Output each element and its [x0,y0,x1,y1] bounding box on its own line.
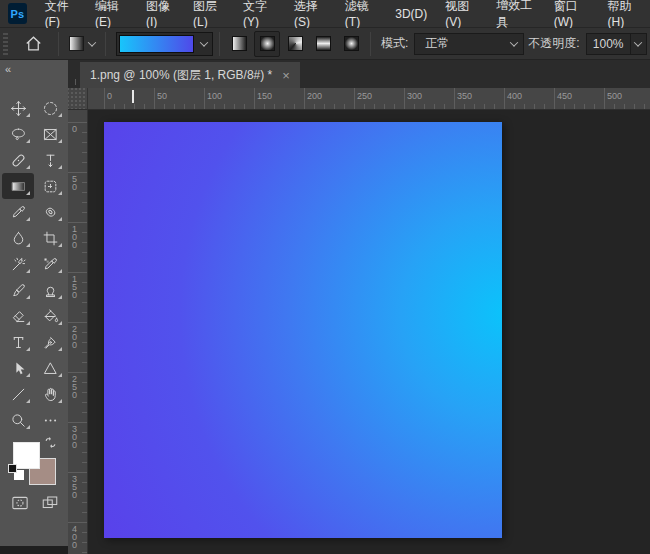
color-sampler-icon [42,256,59,273]
hand-tool[interactable] [34,381,66,407]
eyedropper-icon [10,204,27,221]
ruler-tick: 3 0 0 [68,422,87,423]
crop-tool[interactable] [34,225,66,251]
close-tab-icon[interactable]: × [282,68,290,83]
menu-item[interactable]: 增效工具 [487,0,545,27]
paint-bucket-tool[interactable] [34,303,66,329]
menu-item[interactable]: 3D(D) [386,0,436,27]
brush-tool[interactable] [2,277,34,303]
menu-item[interactable]: 选择(S) [285,0,336,27]
vertical-type-tool[interactable] [34,147,66,173]
more-tools-tool[interactable] [34,407,66,433]
color-sampler-tool[interactable] [34,251,66,277]
menu-item[interactable]: 图层(L) [184,0,234,27]
eraser-icon [10,308,27,325]
ruler-tick: 500 [604,88,605,109]
move-tool[interactable] [2,95,34,121]
ruler-tick: 300 [404,88,405,109]
shape-tool[interactable] [34,355,66,381]
tools-grid [2,95,66,433]
line-tool[interactable] [2,381,34,407]
opacity-label: 不透明度: [528,35,579,52]
path-select-tool[interactable] [2,355,34,381]
reflected-gradient-button[interactable] [310,31,336,57]
clone-stamp-tool[interactable] [34,277,66,303]
swap-colors-icon[interactable] [44,436,57,449]
document-tab-bar: 1.png @ 100% (图层 1, RGB/8#) * × [68,60,650,88]
ruler-row: 050100150200250300350400450500 [68,88,650,110]
pen-tool[interactable] [34,329,66,355]
more-tools-icon [42,412,59,429]
options-separator [105,32,106,56]
tool-preset-dropdown[interactable] [65,34,99,53]
menu-item[interactable]: 编辑(E) [86,0,137,27]
ruler-tick: 4 0 0 [68,522,87,523]
menu-item[interactable]: 文字(Y) [234,0,285,27]
blur-tool[interactable] [2,225,34,251]
eyedropper-tool[interactable] [2,199,34,225]
quick-mask-button[interactable] [6,492,34,514]
screen-mode-button[interactable] [36,492,64,514]
quick-selection-tool[interactable] [34,173,66,199]
angle-gradient-button[interactable] [282,31,308,57]
zoom-tool[interactable] [2,407,34,433]
ruler-tick: 0 [68,122,87,123]
document-tab[interactable]: 1.png @ 100% (图层 1, RGB/8#) * × [80,62,300,88]
elliptical-marquee-tool[interactable] [34,95,66,121]
type-tool[interactable] [2,329,34,355]
ruler-tick: 200 [304,88,305,109]
vertical-ruler[interactable]: 05 01 0 01 5 02 0 02 5 03 0 03 5 04 0 0 [68,110,88,554]
paint-bucket-icon [42,308,59,325]
ruler-tick: 50 [154,88,155,109]
options-separator [219,32,220,56]
opacity-dropdown-button[interactable] [631,33,647,55]
patch-icon [42,204,59,221]
linear-gradient-button[interactable] [226,31,252,57]
document-tab-title: 1.png @ 100% (图层 1, RGB/8#) * [90,67,272,84]
options-bar-grip[interactable] [3,33,8,55]
canvas-viewport: 05 01 0 01 5 02 0 02 5 03 0 03 5 04 0 0 [68,110,650,554]
path-select-icon [10,360,27,377]
gradient-preview-swatch [119,35,194,53]
ruler-cursor-marker [132,90,134,103]
blur-icon [10,230,27,247]
vertical-type-icon [42,152,59,169]
ruler-tick: 1 5 0 [68,272,87,273]
menu-item[interactable]: 帮助(H) [598,0,650,27]
tools-panel: « [0,60,68,546]
menu-item[interactable]: 图像(I) [137,0,184,27]
mode-label: 模式: [381,35,408,52]
horizontal-ruler[interactable]: 050100150200250300350400450500 [88,88,650,110]
magic-wand-icon [10,256,27,273]
color-swatches [0,432,68,494]
menu-item[interactable]: 文件(F) [36,0,86,27]
blend-mode-dropdown[interactable]: 正常 [414,33,524,55]
home-button[interactable] [20,31,46,57]
canvas[interactable] [104,122,502,538]
blend-mode-value: 正常 [425,35,449,52]
patch-tool[interactable] [34,199,66,225]
eraser-tool[interactable] [2,303,34,329]
healing-brush-tool[interactable] [2,147,34,173]
magic-wand-tool[interactable] [2,251,34,277]
opacity-field[interactable]: 100% [586,33,631,55]
gradient-tool[interactable] [2,173,34,199]
diamond-gradient-button[interactable] [338,31,364,57]
ruler-tick: 1 0 0 [68,222,87,223]
menu-item[interactable]: 窗口(W) [545,0,599,27]
collapse-panel-button[interactable]: « [5,63,10,75]
menu-item[interactable]: 滤镜(T) [336,0,386,27]
radial-gradient-button[interactable] [254,31,280,57]
default-colors-icon[interactable] [8,464,26,482]
ruler-origin-box[interactable] [68,88,88,110]
chevron-down-icon [634,38,642,46]
angle-gradient-icon [288,36,303,51]
reflected-gradient-icon [316,36,331,51]
menu-item[interactable]: 视图(V) [436,0,487,27]
gradient-editor-dropdown[interactable] [116,32,213,56]
ruler-tick: 350 [454,88,455,109]
shape-icon [42,360,59,377]
frame-tool[interactable] [34,121,66,147]
lasso-tool[interactable] [2,121,34,147]
diamond-gradient-icon [344,36,359,51]
